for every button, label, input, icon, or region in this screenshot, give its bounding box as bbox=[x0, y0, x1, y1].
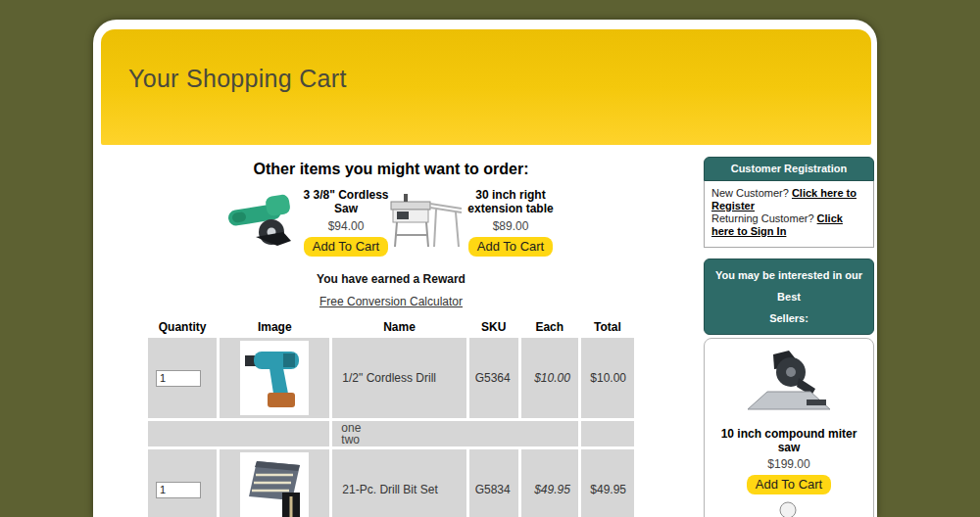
upsell-product-name: 3 3/8" Cordless Saw bbox=[303, 188, 389, 215]
quantity-input[interactable] bbox=[156, 482, 201, 498]
column-header-image: Image bbox=[220, 316, 329, 335]
customer-registration-header: Customer Registration bbox=[704, 157, 874, 181]
cordless-saw-image bbox=[226, 192, 303, 251]
new-customer-text: New Customer? bbox=[711, 187, 792, 199]
best-sellers-title-line1: You may be interested in our Best bbox=[707, 264, 871, 307]
add-to-cart-button[interactable]: Add To Cart bbox=[747, 475, 831, 494]
product-total-price: $49.95 bbox=[581, 449, 634, 517]
cart-row-drill-bit-set: 21-Pc. Drill Bit Set G5834 $49.95 $49.95 bbox=[148, 449, 634, 517]
cordless-drill-image bbox=[244, 344, 305, 412]
product-sku: G5834 bbox=[469, 449, 518, 517]
sidebar: Customer Registration New Customer? Clic… bbox=[704, 157, 874, 517]
column-header-quantity: Quantity bbox=[148, 316, 217, 335]
cart-row-cordless-drill: 1/2" Cordless Drill G5364 $10.00 $10.00 bbox=[148, 338, 634, 418]
free-conversion-calculator-link[interactable]: Free Conversion Calculator bbox=[319, 295, 463, 308]
page-header-banner: Your Shopping Cart bbox=[101, 29, 871, 145]
customer-registration-box: Customer Registration New Customer? Clic… bbox=[704, 157, 874, 248]
returning-customer-text: Returning Customer? bbox=[711, 212, 817, 224]
best-seller-name: 10 inch compound miter saw bbox=[709, 427, 869, 454]
best-sellers-header: You may be interested in our Best Seller… bbox=[704, 258, 874, 335]
best-sellers-box: 10 inch compound miter saw $199.00 Add T… bbox=[704, 338, 874, 517]
upsell-product-name: 30 inch right extension table bbox=[466, 188, 556, 215]
product-total-price: $10.00 bbox=[581, 338, 634, 418]
drill-bit-set-image bbox=[243, 455, 306, 517]
best-seller-price: $199.00 bbox=[709, 457, 869, 471]
product-name: 21-Pc. Drill Bit Set bbox=[332, 449, 466, 517]
product-sku: G5364 bbox=[469, 338, 518, 418]
upsell-heading: Other items you might want to order: bbox=[145, 161, 637, 178]
quantity-input[interactable] bbox=[156, 370, 201, 387]
column-header-each: Each bbox=[521, 316, 578, 335]
product-each-price: $10.00 bbox=[521, 338, 578, 418]
best-sellers-title-line2: Sellers: bbox=[707, 307, 871, 329]
reward-message: You have earned a Reward bbox=[145, 272, 637, 286]
note-line: one bbox=[341, 422, 577, 434]
main-column: Other items you might want to order: bbox=[145, 145, 637, 517]
band-saw-image bbox=[755, 500, 823, 517]
cart-table-header-row: Quantity Image Name SKU Each Total bbox=[148, 316, 634, 335]
upsell-item-cordless-saw: 3 3/8" Cordless Saw $94.00 Add To Cart bbox=[226, 182, 389, 257]
column-header-name: Name bbox=[332, 316, 466, 335]
upsell-products: 3 3/8" Cordless Saw $94.00 Add To Cart bbox=[145, 182, 637, 257]
miter-saw-image bbox=[740, 347, 838, 419]
upsell-product-price: $94.00 bbox=[303, 219, 389, 233]
note-line: two bbox=[341, 434, 577, 446]
column-header-sku: SKU bbox=[469, 316, 518, 335]
extension-table-image bbox=[389, 188, 466, 251]
add-to-cart-button[interactable]: Add To Cart bbox=[468, 237, 553, 257]
upsell-item-extension-table: 30 inch right extension table $89.00 Add… bbox=[389, 182, 556, 257]
cart-note-row: one two bbox=[148, 421, 634, 446]
product-name: 1/2" Cordless Drill bbox=[332, 338, 466, 418]
add-to-cart-button[interactable]: Add To Cart bbox=[304, 237, 388, 257]
cart-table: Quantity Image Name SKU Each Total bbox=[145, 313, 637, 517]
content-panel: Your Shopping Cart Other items you might… bbox=[93, 20, 877, 517]
column-header-total: Total bbox=[581, 316, 634, 335]
upsell-product-price: $89.00 bbox=[466, 219, 556, 233]
page-title: Your Shopping Cart bbox=[101, 29, 871, 93]
product-each-price: $49.95 bbox=[521, 449, 578, 517]
